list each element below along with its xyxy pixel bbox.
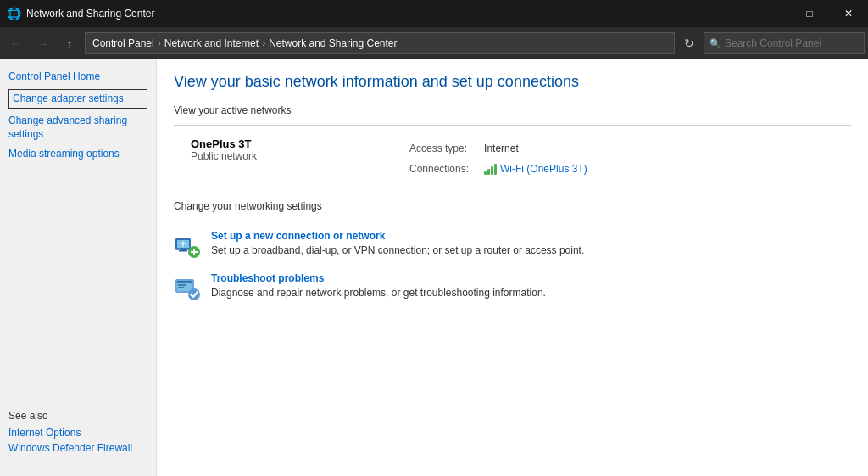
active-networks-label: View your active networks bbox=[174, 104, 851, 120]
access-type-label: Access type: bbox=[403, 139, 476, 158]
new-connection-text: Set up a new connection or network Set u… bbox=[211, 230, 584, 258]
network-name: OnePlus 3T bbox=[191, 137, 387, 150]
path-part1: Control Panel bbox=[92, 37, 154, 49]
up-button[interactable]: ↑ bbox=[58, 31, 81, 55]
connections-label: Connections: bbox=[403, 160, 476, 178]
forward-button[interactable]: → bbox=[31, 31, 54, 55]
wifi-bar-3 bbox=[491, 166, 493, 175]
networking-settings-label: Change your networking settings bbox=[174, 200, 851, 216]
internet-options-link[interactable]: Internet Options bbox=[8, 427, 147, 439]
troubleshoot-desc: Diagnose and repair network problems, or… bbox=[211, 286, 546, 300]
sidebar-item-media-streaming[interactable]: Media streaming options bbox=[8, 147, 147, 161]
sidebar-item-advanced-sharing[interactable]: Change advanced sharing settings bbox=[8, 114, 147, 143]
svg-rect-3 bbox=[181, 249, 186, 250]
troubleshoot-icon bbox=[174, 274, 201, 301]
networking-settings-divider bbox=[174, 221, 851, 221]
address-path[interactable]: Control Panel › Network and Internet › N… bbox=[85, 32, 675, 54]
content-area: View your basic network information and … bbox=[157, 59, 868, 476]
troubleshoot-text: Troubleshoot problems Diagnose and repai… bbox=[211, 272, 546, 300]
connections-cell: Wi-Fi (OnePlus 3T) bbox=[477, 160, 594, 178]
see-also-label: See also bbox=[8, 410, 147, 422]
close-button[interactable]: ✕ bbox=[829, 0, 868, 27]
address-bar: ← → ↑ Control Panel › Network and Intern… bbox=[0, 27, 868, 59]
access-type-value: Internet bbox=[477, 139, 594, 158]
search-box[interactable]: 🔍 bbox=[704, 32, 865, 54]
search-input[interactable] bbox=[725, 37, 859, 49]
network-info-table: Access type: Internet Connections: bbox=[401, 137, 596, 180]
network-type: Public network bbox=[191, 150, 387, 162]
wifi-bar-4 bbox=[494, 164, 497, 175]
sidebar-footer: See also Internet Options Windows Defend… bbox=[8, 410, 147, 466]
wifi-bar-1 bbox=[484, 171, 487, 175]
back-button[interactable]: ← bbox=[3, 31, 27, 55]
networking-settings: Set up a new connection or network Set u… bbox=[174, 230, 851, 301]
app-title: Network and Sharing Center bbox=[26, 8, 154, 20]
path-part3: Network and Sharing Center bbox=[269, 37, 397, 49]
wifi-signal-bars bbox=[484, 163, 497, 175]
svg-rect-4 bbox=[179, 250, 187, 252]
sidebar-nav: Control Panel Home Change adapter settin… bbox=[8, 70, 147, 166]
setting-item-new-connection: Set up a new connection or network Set u… bbox=[174, 230, 851, 259]
new-connection-link[interactable]: Set up a new connection or network bbox=[211, 230, 584, 242]
minimize-button[interactable]: ─ bbox=[751, 0, 790, 27]
refresh-button[interactable]: ↻ bbox=[678, 32, 700, 54]
path-sep1: › bbox=[158, 37, 161, 49]
svg-rect-12 bbox=[177, 281, 192, 283]
main-layout: Control Panel Home Change adapter settin… bbox=[0, 59, 868, 476]
path-sep2: › bbox=[262, 37, 265, 49]
sidebar: Control Panel Home Change adapter settin… bbox=[0, 59, 157, 476]
wifi-connection-link[interactable]: Wi-Fi (OnePlus 3T) bbox=[484, 163, 587, 175]
app-icon: 🌐 bbox=[7, 7, 21, 20]
active-networks-table: OnePlus 3T Public network Access type: I… bbox=[174, 134, 851, 183]
wifi-connection-label: Wi-Fi (OnePlus 3T) bbox=[500, 163, 587, 175]
path-part2: Network and Internet bbox=[164, 37, 259, 49]
new-connection-desc: Set up a broadband, dial-up, or VPN conn… bbox=[211, 244, 584, 258]
wifi-bar-2 bbox=[487, 169, 490, 175]
active-networks-divider bbox=[174, 125, 851, 126]
setting-item-troubleshoot: Troubleshoot problems Diagnose and repai… bbox=[174, 272, 851, 301]
sidebar-item-change-adapter[interactable]: Change adapter settings bbox=[8, 89, 147, 109]
title-bar: 🌐 Network and Sharing Center ─ □ ✕ bbox=[0, 0, 868, 27]
firewall-link[interactable]: Windows Defender Firewall bbox=[8, 442, 147, 454]
maximize-button[interactable]: □ bbox=[790, 0, 829, 27]
add-network-icon bbox=[174, 232, 201, 259]
search-icon: 🔍 bbox=[709, 38, 721, 49]
sidebar-home-link[interactable]: Control Panel Home bbox=[8, 70, 147, 84]
page-title: View your basic network information and … bbox=[174, 73, 851, 91]
window-controls: ─ □ ✕ bbox=[751, 0, 868, 27]
troubleshoot-link[interactable]: Troubleshoot problems bbox=[211, 272, 546, 284]
title-bar-left: 🌐 Network and Sharing Center bbox=[7, 7, 154, 20]
